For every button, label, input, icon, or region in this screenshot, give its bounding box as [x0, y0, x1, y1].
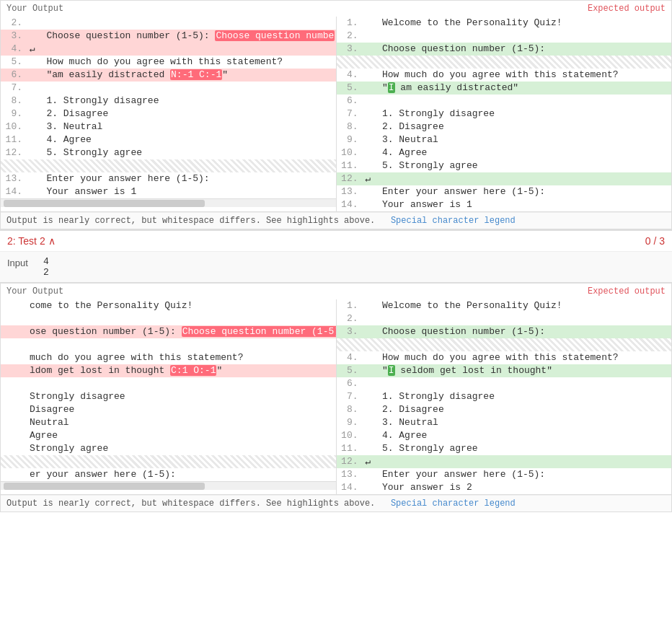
test2-score: 0 / 3 — [645, 235, 665, 247]
line-number: 12. — [1, 147, 27, 158]
highlight-pink: Choose question numbe — [215, 30, 335, 41]
line-content: ose question number (1-5): Choose questi… — [27, 326, 336, 337]
line-content: Choose question number (1-5): Choose que… — [27, 30, 336, 41]
line-content: er your answer here (1-5): — [27, 469, 336, 480]
line-number: 3. — [1, 30, 27, 41]
diff-line: Agree — [1, 429, 336, 442]
test2-status-bar: Output is nearly correct, but whitespace… — [1, 495, 671, 512]
diff-line: 8. 2. Disagree — [337, 120, 672, 133]
diff-line: 14. Your answer is 1 — [337, 198, 672, 211]
diff-line: 3. Choose question number (1-5): — [337, 43, 672, 56]
diff-line: 7. 1. Strongly disagree — [337, 107, 672, 120]
scrollbar[interactable] — [1, 481, 336, 490]
diff-line: 10. 4. Agree — [337, 146, 672, 159]
test2-status-text: Output is nearly correct, but whitespace… — [6, 499, 375, 509]
diff-line: come to the Personality Quiz! — [1, 299, 336, 312]
line-content: Welcome to the Personality Quiz! — [363, 300, 672, 311]
diff-line: 3. Choose question number (1-5): — [337, 325, 672, 338]
line-number: 5. — [337, 365, 363, 376]
line-number: 9. — [1, 108, 27, 119]
hatch-line — [1, 455, 336, 468]
line-content: "I seldom get lost in thought" — [363, 365, 672, 376]
test2-input-section: Input 4 2 — [0, 252, 672, 283]
line-number: 1. — [337, 17, 363, 28]
line-number: 13. — [1, 173, 27, 184]
diff-line: 13. Enter your answer here (1-5): — [337, 468, 672, 481]
diff-line: Disagree — [1, 403, 336, 416]
diff-line: 5. How much do you agree with this state… — [1, 56, 336, 69]
line-content: Your answer is 1 — [27, 186, 336, 197]
diff-line: 3. Choose question number (1-5): Choose … — [1, 30, 336, 43]
line-number: 10. — [337, 147, 363, 158]
line-content: Disagree — [27, 404, 336, 415]
test1-legend-link[interactable]: Special character legend — [391, 216, 516, 226]
hatch-line — [337, 56, 672, 69]
line-number: 4. — [337, 352, 363, 363]
test1-panel-header: Your Output Expected output — [1, 1, 671, 17]
diff-line: er your answer here (1-5): — [1, 468, 336, 481]
diff-line: Neutral — [1, 416, 336, 429]
line-number: 7. — [337, 391, 363, 402]
test2-right-content[interactable]: 1. Welcome to the Personality Quiz! 2. 3… — [337, 299, 672, 494]
test1-your-output-label: Your Output — [6, 4, 63, 14]
test2-input-value: 4 2 — [43, 256, 49, 278]
line-number: 11. — [1, 134, 27, 145]
diff-line: 8. 2. Disagree — [337, 403, 672, 416]
diff-line: 14. Your answer is 2 — [337, 481, 672, 494]
diff-line: 7. — [1, 82, 336, 95]
test1-section: Your Output Expected output 2. 3. Choose… — [0, 0, 672, 229]
diff-line: 13. Enter your answer here (1-5): — [1, 172, 336, 185]
diff-line: 4. ↵ — [1, 43, 336, 56]
line-number: 7. — [337, 108, 363, 119]
line-content: 5. Strongly agree — [363, 443, 672, 454]
test1-output-row: 2. 3. Choose question number (1-5): Choo… — [1, 17, 671, 212]
line-number: 10. — [1, 121, 27, 132]
diff-line: 4. How much do you agree with this state… — [337, 69, 672, 82]
line-content: Enter your answer here (1-5): — [363, 186, 672, 197]
test1-right-content[interactable]: 1. Welcome to the Personality Quiz! 2. 3… — [337, 17, 672, 211]
line-content: 1. Strongly disagree — [27, 95, 336, 106]
diff-line: much do you agree with this statement? — [1, 351, 336, 364]
line-number: 2. — [337, 313, 363, 324]
line-content: Strongly agree — [27, 443, 336, 454]
test1-expected-output-label: Expected output — [588, 4, 666, 14]
line-content: ↵ — [363, 456, 672, 467]
scrollbar[interactable] — [1, 198, 336, 207]
line-content: 4. Agree — [363, 147, 672, 158]
test1-left-content[interactable]: 2. 3. Choose question number (1-5): Choo… — [1, 17, 336, 198]
test2-your-output-label: Your Output — [6, 286, 63, 297]
diff-line: 8. 1. Strongly disagree — [1, 95, 336, 107]
diff-line: 14. Your answer is 1 — [1, 185, 336, 198]
test2-header: 2: Test 2 ∧ 0 / 3 — [0, 229, 672, 252]
test2-output-row: come to the Personality Quiz! ose questi… — [1, 299, 671, 495]
test2-left-content[interactable]: come to the Personality Quiz! ose questi… — [1, 299, 336, 481]
line-number: 8. — [337, 404, 363, 415]
line-number: 14. — [1, 186, 27, 197]
line-content: 4. Agree — [363, 430, 672, 441]
line-number: 9. — [337, 417, 363, 428]
line-number: 1. — [337, 300, 363, 311]
line-number: 3. — [337, 326, 363, 337]
line-number: 9. — [337, 134, 363, 145]
line-content: 3. Neutral — [363, 134, 672, 145]
line-number: 14. — [337, 199, 363, 210]
line-number: 6. — [337, 378, 363, 389]
line-content: Enter your answer here (1-5): — [27, 173, 336, 184]
line-content: How much do you agree with this statemen… — [363, 69, 672, 80]
scroll-thumb — [4, 483, 205, 490]
line-content: Agree — [27, 430, 336, 441]
diff-line — [1, 312, 336, 325]
line-content: Welcome to the Personality Quiz! — [363, 17, 672, 28]
diff-line: 12. 5. Strongly agree — [1, 146, 336, 159]
line-content: How much do you agree with this statemen… — [363, 352, 672, 363]
test2-section: Your Output Expected output come to the … — [0, 283, 672, 512]
line-content: 1. Strongly disagree — [363, 108, 672, 119]
test2-legend-link[interactable]: Special character legend — [391, 499, 516, 509]
diff-line: 12. ↵ — [337, 172, 672, 185]
line-content: Your answer is 2 — [363, 482, 672, 493]
line-content: 3. Neutral — [363, 417, 672, 428]
line-content: 4. Agree — [27, 134, 336, 145]
line-content: 2. Disagree — [363, 404, 672, 415]
test2-title[interactable]: 2: Test 2 ∧ — [7, 235, 56, 247]
line-number: 6. — [337, 95, 363, 106]
